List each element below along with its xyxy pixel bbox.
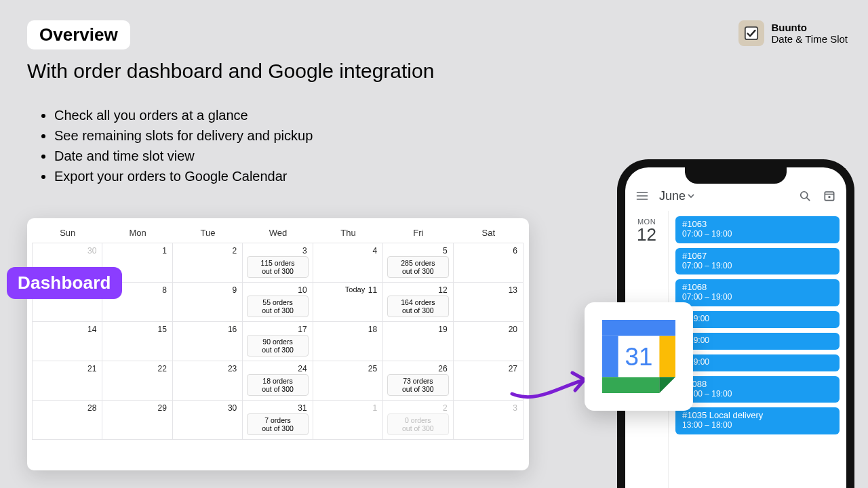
order-count: 73 orders xyxy=(389,377,446,385)
calendar-cell[interactable]: 20 ordersout of 300 xyxy=(382,400,453,440)
calendar-cell[interactable]: 6 xyxy=(453,243,524,283)
calendar-cell[interactable]: 28 xyxy=(32,400,102,440)
order-count-chip[interactable]: 115 ordersout of 300 xyxy=(247,256,308,278)
order-count-chip[interactable]: 7 ordersout of 300 xyxy=(247,413,308,435)
gcal-event[interactable]: #106807:00 – 19:00 xyxy=(675,279,840,306)
calendar-cell[interactable]: 317 ordersout of 300 xyxy=(242,400,313,440)
order-capacity: out of 300 xyxy=(249,346,306,354)
google-calendar-tile: 31 xyxy=(585,302,693,411)
calendar-cell[interactable]: 15 xyxy=(102,321,172,361)
search-icon[interactable] xyxy=(797,188,812,203)
calendar-cell[interactable]: 29 xyxy=(102,400,172,440)
calendar-cell[interactable]: 2418 ordersout of 300 xyxy=(242,361,313,401)
brand-name: Buunto xyxy=(771,22,848,33)
day-number: 16 xyxy=(228,325,237,334)
order-count: 18 orders xyxy=(249,377,306,385)
order-capacity: out of 300 xyxy=(249,385,306,393)
day-number: 2 xyxy=(443,403,448,413)
calendar-header-row: Sun Mon Tue Wed Thu Fri Sat xyxy=(33,224,524,243)
svg-point-3 xyxy=(828,196,830,198)
gcal-day-number: 31 xyxy=(625,343,653,371)
brand-text: Buunto Date & Time Slot xyxy=(771,22,848,45)
overview-chip: Overview xyxy=(27,20,130,49)
order-count-chip[interactable]: 285 ordersout of 300 xyxy=(387,256,448,278)
order-count-chip[interactable]: 164 ordersout of 300 xyxy=(387,296,448,317)
calendar-cell[interactable]: 14 xyxy=(32,321,102,361)
weekday-header: Sun xyxy=(33,224,102,243)
day-number: 20 xyxy=(509,325,517,334)
gcal-event[interactable]: #106307:00 – 19:00 xyxy=(675,216,840,243)
today-icon[interactable] xyxy=(822,188,837,203)
calendar-cell[interactable]: 3115 ordersout of 300 xyxy=(242,243,313,283)
svg-marker-8 xyxy=(659,377,675,393)
calendar-cell[interactable]: 5285 ordersout of 300 xyxy=(382,243,453,283)
calendar-cell[interactable]: 1 xyxy=(313,400,383,440)
headline: With order dashboard and Google integrat… xyxy=(27,60,434,83)
brand-icon xyxy=(738,20,764,46)
day-number: 21 xyxy=(87,364,96,373)
day-number: 1 xyxy=(372,403,377,413)
gcal-event[interactable]: – 19:00 xyxy=(675,311,840,328)
dashboard-calendar: Sun Mon Tue Wed Thu Fri Sat 30123115 ord… xyxy=(27,218,529,470)
order-count-chip[interactable]: 73 ordersout of 300 xyxy=(387,374,448,396)
calendar-cell[interactable]: 12164 ordersout of 300 xyxy=(382,282,453,322)
event-title: #1063 xyxy=(682,220,833,230)
day-number: 8 xyxy=(162,285,167,295)
day-number: 18 xyxy=(368,325,377,334)
calendar-cell[interactable]: 16 xyxy=(172,321,243,361)
menu-icon[interactable] xyxy=(635,188,650,203)
calendar-cell[interactable]: 20 xyxy=(453,321,524,361)
calendar-cell[interactable]: 13 xyxy=(453,282,524,322)
event-time: 07:00 – 19:00 xyxy=(682,293,833,302)
calendar-cell[interactable]: 21 xyxy=(32,361,102,401)
day-number: 30 xyxy=(228,403,237,413)
event-title: #1035 Local delivery xyxy=(682,411,833,421)
day-number: 9 xyxy=(233,285,237,295)
gcal-day-of-month: 12 xyxy=(625,224,668,245)
weekday-header: Tue xyxy=(173,224,243,243)
calendar-cell[interactable]: 25 xyxy=(313,361,383,401)
calendar-cell[interactable]: 22 xyxy=(102,361,172,401)
event-time: – 19:00 xyxy=(682,358,833,367)
calendar-cell[interactable]: 2673 ordersout of 300 xyxy=(382,361,453,401)
svg-rect-4 xyxy=(602,320,675,336)
dashboard-badge: Dashboard xyxy=(7,267,122,299)
day-number: 17 xyxy=(298,325,307,334)
gcal-event[interactable]: #106707:00 – 19:00 xyxy=(675,248,840,275)
day-number: 15 xyxy=(157,325,166,334)
gcal-event[interactable]: #1035 Local delivery13:00 – 18:00 xyxy=(675,407,840,434)
gcal-topbar: June xyxy=(625,181,846,211)
calendar-cell[interactable]: 4 xyxy=(313,243,383,283)
day-number: 12 xyxy=(438,285,447,295)
event-time: 07:00 – 19:00 xyxy=(682,262,833,271)
bullet-item: Export your orders to Google Calendar xyxy=(54,166,313,186)
month-dropdown[interactable]: June xyxy=(659,189,694,203)
calendar-cell[interactable]: 11Today xyxy=(313,282,383,322)
day-number: 23 xyxy=(228,364,237,373)
order-count: 90 orders xyxy=(249,338,306,346)
day-number: 22 xyxy=(157,364,166,373)
weekday-header: Sat xyxy=(454,224,524,243)
calendar-cell[interactable]: 9 xyxy=(172,282,243,322)
order-count: 7 orders xyxy=(249,416,306,424)
gcal-event[interactable]: – 19:00 xyxy=(675,333,840,350)
calendar-cell[interactable]: 1790 ordersout of 300 xyxy=(242,321,313,361)
arrow-icon xyxy=(509,357,597,411)
day-number: 19 xyxy=(438,325,447,334)
gcal-event[interactable]: #108807:00 – 19:00 xyxy=(675,376,840,403)
order-count-chip[interactable]: 55 ordersout of 300 xyxy=(247,296,308,317)
order-count-chip[interactable]: 0 ordersout of 300 xyxy=(387,413,448,435)
order-count-chip[interactable]: 90 ordersout of 300 xyxy=(247,335,308,357)
calendar-cell[interactable]: 1055 ordersout of 300 xyxy=(242,282,313,322)
calendar-cell[interactable]: 23 xyxy=(172,361,243,401)
calendar-cell[interactable]: 2 xyxy=(172,243,243,283)
gcal-event[interactable]: – 19:00 xyxy=(675,354,840,371)
calendar-cell[interactable]: 19 xyxy=(382,321,453,361)
calendar-cell[interactable]: 18 xyxy=(313,321,383,361)
phone-notch xyxy=(685,166,787,184)
calendar-cell[interactable]: 30 xyxy=(172,400,243,440)
event-time: 13:00 – 18:00 xyxy=(682,421,833,430)
day-number: 3 xyxy=(302,246,307,256)
order-count-chip[interactable]: 18 ordersout of 300 xyxy=(247,374,308,396)
brand-subtitle: Date & Time Slot xyxy=(771,33,848,45)
